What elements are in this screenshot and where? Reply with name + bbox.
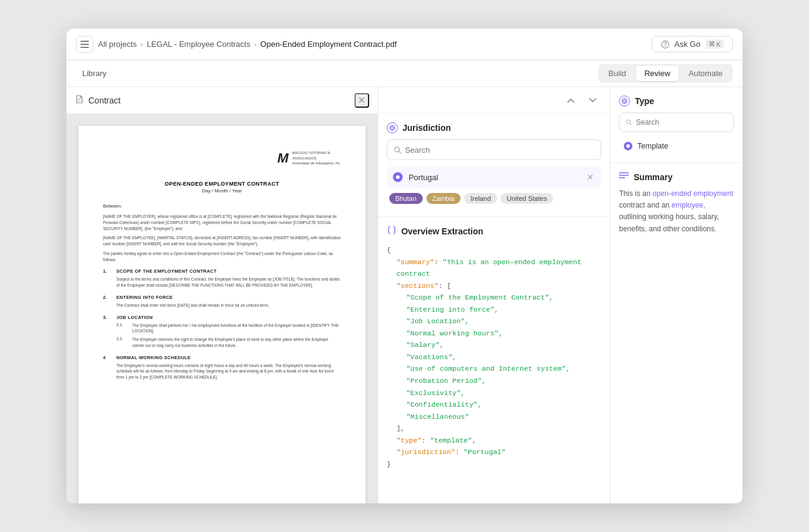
jurisdiction-item-portugal[interactable]: Portugal ✕ [387, 166, 602, 188]
middle-panel-toolbar [378, 87, 610, 114]
toolbar-up-button[interactable] [562, 92, 579, 109]
ask-go-label: Ask Go [674, 40, 701, 49]
summary-highlight-2: employee, [671, 201, 705, 209]
search-icon [394, 146, 401, 154]
jurisdiction-section: Jurisdiction Portugal ✕ [378, 114, 610, 217]
type-item-template[interactable]: Template [619, 138, 734, 154]
firm-name: MACEDO VITORINO & ASSOCIADOSSociedade de… [292, 150, 341, 166]
doc-file-icon [75, 95, 83, 105]
doc-section-1-body: Subject to the terms and conditions of t… [116, 276, 341, 289]
jurisdiction-list: Portugal ✕ Bhutan Zambia Ireland United … [387, 166, 602, 208]
tag-zambia[interactable]: Zambia [426, 193, 461, 204]
extraction-title-row: Overview Extraction [387, 225, 602, 237]
jurisdiction-title: Jurisdiction [403, 123, 451, 133]
sidebar-toggle-button[interactable] [76, 36, 93, 53]
svg-point-3 [662, 41, 669, 48]
nav-bar: Library Build Review Automate [66, 60, 743, 87]
svg-point-11 [627, 120, 631, 124]
shortcut-badge: ⌘ K [705, 40, 724, 49]
summary-end: outlining working hours, salary, benefit… [619, 212, 719, 233]
doc-section-4-body: The Employee's normal working hours cons… [116, 363, 341, 380]
breadcrumb-home[interactable]: All projects [98, 40, 137, 49]
breadcrumb-project[interactable]: LEGAL - Employee Contracts [147, 40, 250, 49]
type-search-bar[interactable] [619, 113, 734, 132]
ask-go-button[interactable]: Ask Go ⌘ K [652, 36, 733, 52]
type-label-template: Template [637, 142, 668, 150]
logo-letter: M [277, 150, 288, 166]
doc-subsection-3-2: 3.2. The Employer reserves the right to … [116, 337, 341, 349]
type-title-row: Type [619, 96, 734, 107]
middle-panel: Jurisdiction Portugal ✕ [378, 87, 611, 503]
summary-title-row: Summary [619, 172, 734, 182]
jurisdiction-search-input[interactable] [405, 145, 595, 155]
summary-title-text: Summary [634, 172, 673, 182]
tag-bhutan[interactable]: Bhutan [389, 193, 423, 204]
doc-section-4-header: 4 NORMAL WORKING SCHEDULE [103, 355, 341, 360]
svg-rect-2 [80, 47, 89, 48]
doc-between-label: Between: [103, 203, 341, 209]
type-search-input[interactable] [636, 118, 727, 127]
top-bar: All projects › LEGAL - Employee Contract… [66, 29, 743, 60]
doc-employer-para: [NAME OF THE EMPLOYER], whose registered… [103, 214, 341, 231]
breadcrumb-sep-2: › [254, 40, 256, 49]
jurisdiction-search-bar[interactable] [387, 139, 602, 160]
library-nav-item[interactable]: Library [76, 66, 113, 80]
doc-employee-para: [NAME OF THE EMPLOYEE], [MARITAL STATUS]… [103, 235, 341, 247]
tag-united-states[interactable]: United States [501, 193, 553, 204]
type-radio-template [624, 142, 632, 150]
main-content: Contract ✕ M MACEDO VITORINO & ASSOCIADO… [66, 87, 743, 503]
summary-mid: contract and an [619, 201, 669, 209]
doc-main-title: OPEN-ENDED EMPLOYMENT CONTRACT [103, 181, 341, 187]
tab-automate[interactable]: Automate [680, 66, 731, 81]
type-search-icon [626, 119, 632, 126]
doc-viewer[interactable]: M MACEDO VITORINO & ASSOCIADOSSociedade … [66, 114, 378, 503]
doc-subsection-3-1: 3.1. The Employee shall perform her / hi… [116, 323, 341, 335]
extraction-brace-icon [387, 225, 397, 237]
breadcrumb-sep-1: › [141, 40, 143, 49]
doc-section-3-header: 3. JOB LOCATION [103, 315, 341, 320]
summary-icon [619, 172, 629, 182]
summary-body: This is an open-ended employment contrac… [619, 188, 734, 235]
tag-ireland[interactable]: Ireland [464, 193, 497, 204]
type-section: Type Template [610, 87, 743, 163]
doc-section-2-header: 2. ENTERING INTO FORCE [103, 295, 341, 300]
type-section-title: Type [635, 96, 654, 106]
right-panel: Type Template [610, 87, 743, 503]
jurisdiction-icon [387, 122, 398, 133]
firm-logo: M MACEDO VITORINO & ASSOCIADOSSociedade … [277, 150, 341, 166]
jurisdiction-label-portugal: Portugal [409, 173, 580, 182]
doc-agreement-para: The parties hereby agree to enter into a… [103, 251, 341, 263]
doc-section-2-body: The Contract shall enter into force [DAT… [116, 303, 341, 309]
doc-panel-header: Contract ✕ [66, 87, 378, 114]
breadcrumb-current-file: Open-Ended Employment Contract.pdf [260, 40, 397, 49]
doc-date-subtitle: Day / Month / Year [103, 188, 341, 194]
doc-panel-close-button[interactable]: ✕ [355, 93, 369, 108]
svg-point-9 [394, 147, 399, 152]
breadcrumb: All projects › LEGAL - Employee Contract… [98, 40, 397, 49]
svg-rect-1 [80, 44, 89, 45]
extraction-section: Overview Extraction { "summary": "This i… [378, 217, 610, 503]
summary-highlight-1: open-ended employment [652, 189, 733, 198]
jurisdiction-tags-row: Bhutan Zambia Ireland United States [387, 189, 602, 208]
doc-panel-title: Contract [88, 96, 121, 105]
toolbar-down-button[interactable] [584, 92, 601, 109]
tab-review[interactable]: Review [636, 66, 679, 81]
doc-section-1-header: 1. SCOPE OF THE EMPLOYMENT CONTRACT [103, 268, 341, 274]
doc-logo-area: M MACEDO VITORINO & ASSOCIADOSSociedade … [103, 150, 341, 166]
summary-section: Summary This is an open-ended employment… [610, 163, 743, 503]
jurisdiction-title-row: Jurisdiction [387, 122, 602, 133]
doc-page: M MACEDO VITORINO & ASSOCIADOSSociedade … [79, 126, 366, 503]
radio-portugal [393, 172, 403, 182]
tab-build[interactable]: Build [600, 66, 635, 81]
svg-rect-0 [80, 41, 89, 42]
document-panel: Contract ✕ M MACEDO VITORINO & ASSOCIADO… [66, 87, 378, 503]
svg-point-4 [665, 46, 665, 46]
type-icon [619, 96, 630, 107]
view-tab-group: Build Review Automate [598, 64, 733, 83]
extraction-title-text: Overview Extraction [401, 226, 484, 236]
summary-intro: This is an [619, 189, 650, 198]
jurisdiction-clear-button[interactable]: ✕ [585, 171, 595, 183]
code-block: { "summary": "This is an open-ended empl… [387, 244, 602, 470]
